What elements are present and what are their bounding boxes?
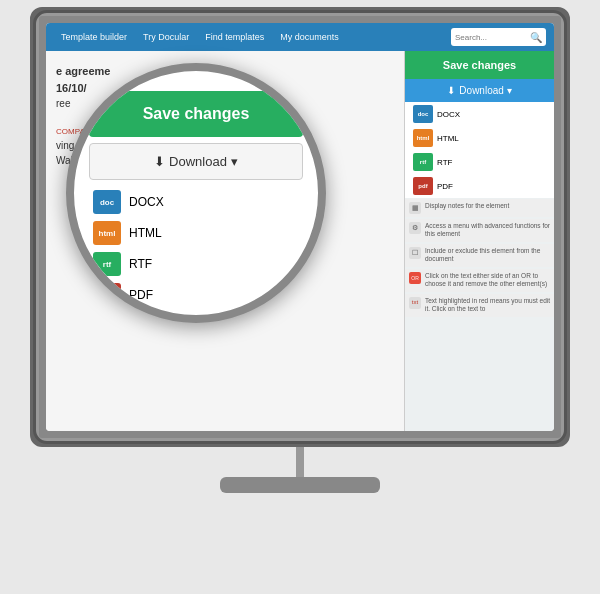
magnifier-overlay: Save changes ⬇ Download ▾ doc DOCX html … — [66, 63, 326, 323]
nav-template-builder[interactable]: Template builder — [54, 29, 134, 45]
screen: Template builder Try Docular Find templa… — [46, 23, 554, 431]
sidebar-note-1: ▦ Display notes for the element — [405, 199, 554, 217]
magnifier-pdf-label: PDF — [129, 288, 153, 302]
note-icon-4: OR — [409, 272, 421, 284]
sidebar-note-2: ⚙ Access a menu with advanced functions … — [405, 219, 554, 242]
note-icon-1: ▦ — [409, 202, 421, 214]
format-html[interactable]: html HTML — [405, 126, 554, 150]
docx-icon: doc — [413, 105, 433, 123]
search-icon: 🔍 — [530, 32, 542, 43]
magnifier-download-button[interactable]: ⬇ Download ▾ — [89, 143, 303, 180]
pdf-icon: pdf — [413, 177, 433, 195]
magnifier-content: Save changes ⬇ Download ▾ doc DOCX html … — [74, 71, 318, 315]
monitor-wrapper: Template builder Try Docular Find templa… — [10, 7, 590, 587]
docx-label: DOCX — [437, 110, 460, 119]
note-icon-3: ☐ — [409, 247, 421, 259]
note-text-5: Text highlighted in red means you must e… — [425, 297, 550, 314]
monitor-neck — [296, 447, 304, 477]
save-changes-button[interactable]: Save changes — [405, 51, 554, 79]
sidebar-note-5: txt Text highlighted in red means you mu… — [405, 294, 554, 317]
magnifier-format-docx[interactable]: doc DOCX — [89, 188, 303, 216]
download-label: Download ▾ — [459, 85, 511, 96]
magnifier-html-label: HTML — [129, 226, 162, 240]
note-icon-2: ⚙ — [409, 222, 421, 234]
pdf-label: PDF — [437, 182, 453, 191]
nav-my-documents[interactable]: My documents — [273, 29, 346, 45]
note-icon-5: txt — [409, 297, 421, 309]
magnifier-rtf-icon: rtf — [93, 252, 121, 276]
sidebar-note-4: OR Click on the text either side of an O… — [405, 269, 554, 292]
magnifier-format-rtf[interactable]: rtf RTF — [89, 250, 303, 278]
sidebar: Save changes ⬇ Download ▾ doc DOCX html … — [404, 51, 554, 431]
note-text-4: Click on the text either side of an OR t… — [425, 272, 550, 289]
magnifier-html-icon: html — [93, 221, 121, 245]
note-text-3: Include or exclude this element from the… — [425, 247, 550, 264]
download-icon: ⬇ — [447, 85, 455, 96]
nav-try-docular[interactable]: Try Docular — [136, 29, 196, 45]
rtf-icon: rtf — [413, 153, 433, 171]
magnifier-format-list: doc DOCX html HTML rtf RTF pdf — [89, 188, 303, 309]
monitor-base — [220, 477, 380, 493]
magnifier-docx-label: DOCX — [129, 195, 164, 209]
sidebar-note-3: ☐ Include or exclude this element from t… — [405, 244, 554, 267]
format-pdf[interactable]: pdf PDF — [405, 174, 554, 198]
magnifier-docx-icon: doc — [93, 190, 121, 214]
search-input[interactable] — [455, 33, 530, 42]
nav-find-templates[interactable]: Find templates — [198, 29, 271, 45]
rtf-label: RTF — [437, 158, 452, 167]
nav-bar: Template builder Try Docular Find templa… — [46, 23, 554, 51]
magnifier-save-button[interactable]: Save changes — [89, 91, 303, 137]
html-icon: html — [413, 129, 433, 147]
note-text-2: Access a menu with advanced functions fo… — [425, 222, 550, 239]
html-label: HTML — [437, 134, 459, 143]
download-button[interactable]: ⬇ Download ▾ — [405, 79, 554, 102]
monitor-body: Template builder Try Docular Find templa… — [30, 7, 570, 447]
format-docx[interactable]: doc DOCX — [405, 102, 554, 126]
note-text-1: Display notes for the element — [425, 202, 509, 210]
magnifier-format-html[interactable]: html HTML — [89, 219, 303, 247]
format-rtf[interactable]: rtf RTF — [405, 150, 554, 174]
search-bar[interactable]: 🔍 — [451, 28, 546, 46]
magnifier-rtf-label: RTF — [129, 257, 152, 271]
